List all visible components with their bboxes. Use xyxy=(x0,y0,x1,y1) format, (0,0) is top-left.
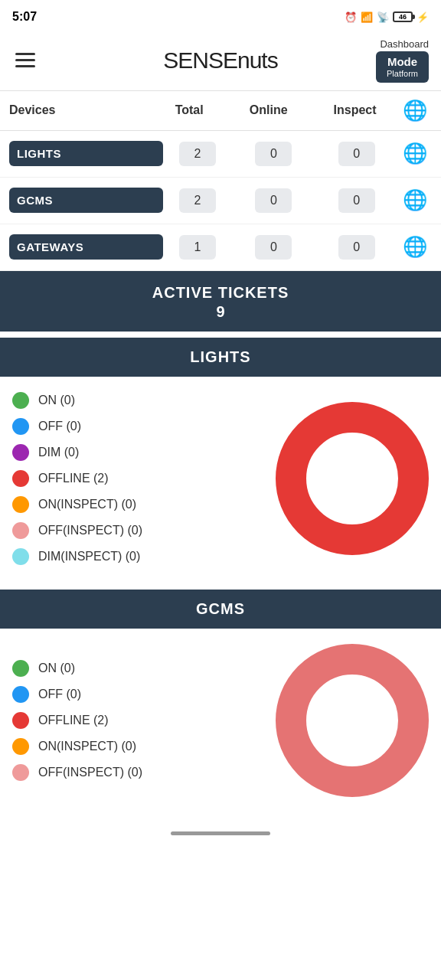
active-tickets-panel: ACTIVE TICKETS 9 xyxy=(0,273,441,332)
dashboard-label: Dashboard xyxy=(380,38,429,50)
home-indicator xyxy=(171,831,270,835)
gcms-legend: ON (0) OFF (0) OFFLINE (2) ON(INSPECT) (… xyxy=(12,660,142,781)
gateways-globe-button[interactable]: 🌐 xyxy=(398,230,432,264)
app-logo: SENSEnuts xyxy=(163,47,277,74)
gcms-off-label: OFF (0) xyxy=(38,688,81,701)
list-item: ON(INSPECT) (0) xyxy=(12,496,142,513)
gcms-section-header: GCMS xyxy=(0,590,441,629)
list-item: OFF(INSPECT) (0) xyxy=(12,764,142,781)
signal-icon: 📡 xyxy=(377,11,389,23)
list-item: ON(INSPECT) (0) xyxy=(12,738,142,755)
gcms-online-value: 0 xyxy=(255,188,292,213)
col-header-inspect: Inspect xyxy=(312,103,398,117)
off-dot xyxy=(12,418,29,435)
active-tickets-count: 9 xyxy=(8,303,433,321)
menu-button[interactable] xyxy=(12,50,38,70)
header: SENSEnuts Dashboard Mode Platform xyxy=(0,34,441,91)
menu-line-1 xyxy=(15,53,35,55)
gateways-total-value: 1 xyxy=(179,235,216,260)
on-inspect-label: ON(INSPECT) (0) xyxy=(38,498,136,511)
gateways-total-cell: 1 xyxy=(163,235,232,260)
gateways-device-button[interactable]: GATEWAYS xyxy=(9,234,163,260)
lights-online-value: 0 xyxy=(255,142,292,166)
on-label: ON (0) xyxy=(38,394,75,407)
gcms-online-cell: 0 xyxy=(232,188,315,213)
dim-label: DIM (0) xyxy=(38,446,79,459)
status-icons: ⏰ 📶 📡 46 ⚡ xyxy=(345,11,429,23)
menu-line-2 xyxy=(15,59,35,61)
logo-light: nuts xyxy=(237,47,278,73)
gateways-inspect-value: 0 xyxy=(338,235,375,260)
logo-bold: SENSE xyxy=(163,47,237,73)
gateways-online-cell: 0 xyxy=(232,235,315,260)
svg-point-1 xyxy=(318,444,387,513)
list-item: OFFLINE (2) xyxy=(12,470,142,487)
gateways-online-value: 0 xyxy=(255,235,292,260)
lights-section: LIGHTS ON (0) OFF (0) DIM (0) OFFLINE (2… xyxy=(0,338,441,583)
list-item: OFF (0) xyxy=(12,686,142,703)
gcms-donut-chart xyxy=(276,644,429,797)
gcms-offline-label: OFFLINE (2) xyxy=(38,714,109,727)
gcms-on-inspect-label: ON(INSPECT) (0) xyxy=(38,740,136,753)
list-item: OFF (0) xyxy=(12,418,142,435)
lights-globe-button[interactable]: 🌐 xyxy=(398,137,432,171)
offline-dot xyxy=(12,470,29,487)
offline-label: OFFLINE (2) xyxy=(38,472,109,485)
gateways-inspect-cell: 0 xyxy=(315,235,398,260)
gcms-off-dot xyxy=(12,686,29,703)
off-inspect-label: OFF(INSPECT) (0) xyxy=(38,524,142,537)
list-item: OFFLINE (2) xyxy=(12,712,142,729)
status-time: 5:07 xyxy=(12,10,37,24)
col-header-devices: Devices xyxy=(9,103,153,117)
table-header-row: Devices Total Online Inspect 🌐 xyxy=(0,91,441,131)
lights-device-button[interactable]: LIGHTS xyxy=(9,141,163,166)
on-dot xyxy=(12,392,29,409)
gcms-section: GCMS ON (0) OFF (0) OFFLINE (2) ON(INSPE… xyxy=(0,590,441,815)
lights-donut-chart xyxy=(276,402,429,555)
table-row: LIGHTS 2 0 0 🌐 xyxy=(0,131,441,178)
off-label: OFF (0) xyxy=(38,420,81,433)
gcms-inspect-value: 0 xyxy=(338,188,375,213)
gcms-on-inspect-dot xyxy=(12,738,29,755)
list-item: DIM (0) xyxy=(12,444,142,461)
gcms-inspect-cell: 0 xyxy=(315,188,398,213)
charging-icon: ⚡ xyxy=(416,11,429,23)
gcms-off-inspect-label: OFF(INSPECT) (0) xyxy=(38,766,142,779)
menu-line-3 xyxy=(15,65,35,67)
lights-inspect-cell: 0 xyxy=(315,142,398,166)
lights-legend: ON (0) OFF (0) DIM (0) OFFLINE (2) ON(IN… xyxy=(12,392,142,565)
list-item: ON (0) xyxy=(12,392,142,409)
lights-section-content: ON (0) OFF (0) DIM (0) OFFLINE (2) ON(IN… xyxy=(0,377,441,583)
list-item: ON (0) xyxy=(12,660,142,677)
gcms-total-value: 2 xyxy=(179,188,216,213)
lights-online-cell: 0 xyxy=(232,142,315,166)
table-row: GCMS 2 0 0 🌐 xyxy=(0,178,441,224)
alarm-icon: ⏰ xyxy=(345,11,357,23)
list-item: OFF(INSPECT) (0) xyxy=(12,522,142,539)
gcms-total-cell: 2 xyxy=(163,188,232,213)
gcms-device-button[interactable]: GCMS xyxy=(9,188,163,213)
dim-dot xyxy=(12,444,29,461)
header-right: Dashboard Mode Platform xyxy=(376,38,429,83)
gcms-section-content: ON (0) OFF (0) OFFLINE (2) ON(INSPECT) (… xyxy=(0,629,441,815)
active-tickets-label: ACTIVE TICKETS xyxy=(8,284,433,302)
table-row: GATEWAYS 1 0 0 🌐 xyxy=(0,224,441,271)
lights-total-value: 2 xyxy=(179,142,216,166)
bottom-bar xyxy=(0,815,441,841)
gcms-offline-dot xyxy=(12,712,29,729)
lights-inspect-value: 0 xyxy=(338,142,375,166)
dim-inspect-dot xyxy=(12,548,29,565)
lights-total-cell: 2 xyxy=(163,142,232,166)
status-bar: 5:07 ⏰ 📶 📡 46 ⚡ xyxy=(0,0,441,34)
svg-point-3 xyxy=(318,686,387,755)
gcms-globe-button[interactable]: 🌐 xyxy=(398,184,432,217)
lights-section-header: LIGHTS xyxy=(0,338,441,377)
gcms-off-inspect-dot xyxy=(12,764,29,781)
gcms-on-label: ON (0) xyxy=(38,662,75,675)
mode-button[interactable]: Mode Platform xyxy=(376,51,429,83)
devices-table: Devices Total Online Inspect 🌐 LIGHTS 2 … xyxy=(0,91,441,273)
col-header-online: Online xyxy=(225,103,312,117)
globe-header-icon: 🌐 xyxy=(403,99,427,122)
battery-icon: 46 xyxy=(393,11,413,22)
list-item: DIM(INSPECT) (0) xyxy=(12,548,142,565)
